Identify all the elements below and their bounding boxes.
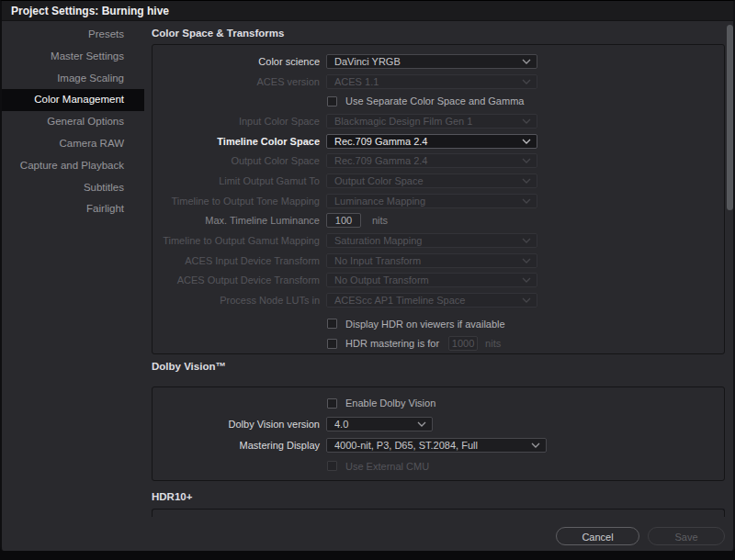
row-control: No Output Transform	[326, 273, 724, 287]
dropdown-value: 4.0	[334, 419, 417, 430]
input-color-space-dropdown: Blackmagic Design Film Gen 1	[326, 114, 537, 129]
settings-row-timeline-color-space: Timeline Color SpaceRec.709 Gamma 2.4	[153, 131, 724, 151]
settings-row-process-node-luts-in: Process Node LUTs inACEScc AP1 Timeline …	[153, 290, 724, 310]
unit-suffix: nits	[485, 338, 501, 349]
sidebar-item-presets[interactable]: Presets	[2, 24, 144, 46]
section-header-dolby-vision: Dolby Vision™	[152, 361, 725, 372]
color-science-dropdown[interactable]: DaVinci YRGB	[326, 54, 537, 69]
settings-row-aces-output-device-transform: ACES Output Device TransformNo Output Tr…	[153, 271, 724, 291]
use-external-cmu-checkbox	[327, 461, 337, 471]
sidebar: PresetsMaster SettingsImage ScalingColor…	[2, 24, 144, 220]
sidebar-item-color-management[interactable]: Color Management	[2, 89, 144, 111]
sidebar-item-camera-raw[interactable]: Camera RAW	[2, 133, 144, 155]
dropdown-value: 4000-nit, P3, D65, ST.2084, Full	[334, 440, 531, 451]
settings-row-output-color-space: Output Color SpaceRec.709 Gamma 2.4	[153, 151, 724, 171]
chevron-down-icon	[522, 158, 531, 163]
footer-bar: CancelSave	[4, 517, 731, 552]
checkbox-label: Use Separate Color Space and Gamma	[345, 95, 524, 106]
save-button: Save	[648, 527, 725, 545]
row-label: ACES version	[153, 76, 320, 87]
settings-row-use-separate-color-space-and-gamma: Use Separate Color Space and Gamma	[153, 91, 724, 111]
chevron-down-icon	[522, 79, 531, 84]
chevron-down-icon	[522, 277, 531, 283]
timeline-color-space-dropdown[interactable]: Rec.709 Gamma 2.4	[326, 134, 537, 149]
dropdown-value: Luminance Mapping	[334, 196, 522, 207]
row-label: Output Color Space	[153, 155, 320, 166]
dropdown-value: No Input Transform	[334, 255, 522, 266]
settings-row-hdr-mastering-is-for: HDR mastering is fornits	[153, 334, 724, 354]
row-control: Rec.709 Gamma 2.4	[326, 153, 724, 168]
sidebar-item-subtitles[interactable]: Subtitles	[2, 177, 144, 199]
unit-suffix: nits	[372, 215, 388, 226]
chevron-down-icon	[522, 258, 531, 263]
chevron-down-icon	[522, 118, 531, 124]
dropdown-value: ACES 1.1	[334, 76, 522, 87]
settings-row-timeline-to-output-gamut-mapping: Timeline to Output Gamut MappingSaturati…	[153, 230, 724, 251]
row-control: Use External CMU	[326, 461, 724, 472]
limit-output-gamut-to-dropdown: Output Color Space	[326, 174, 537, 188]
row-label: ACES Input Device Transform	[153, 255, 320, 266]
row-label: Color science	[153, 56, 320, 67]
chevron-down-icon	[522, 139, 531, 144]
row-control: ACEScc AP1 Timeline Space	[326, 293, 724, 308]
dropdown-value: No Output Transform	[334, 274, 522, 286]
hdr-mastering-is-for-value-input	[448, 336, 478, 351]
checkbox-label: Enable Dolby Vision	[345, 398, 435, 409]
settings-row-mastering-display: Mastering Display4000-nit, P3, D65, ST.2…	[153, 435, 724, 456]
timeline-to-output-tone-mapping-dropdown: Luminance Mapping	[326, 194, 537, 208]
sidebar-item-general-options[interactable]: General Options	[2, 111, 144, 133]
row-control: ACES 1.1	[326, 74, 724, 89]
aces-input-device-transform-dropdown: No Input Transform	[326, 253, 537, 268]
row-control: Output Color Space	[326, 174, 724, 188]
row-label: Dolby Vision version	[153, 419, 320, 430]
hdr-mastering-is-for-checkbox[interactable]	[327, 339, 337, 349]
row-control: Saturation Mapping	[326, 233, 724, 248]
row-control: nits	[326, 213, 724, 228]
display-hdr-on-viewers-if-available-checkbox[interactable]	[327, 319, 337, 329]
settings-row-use-external-cmu: Use External CMU	[153, 455, 724, 476]
dropdown-value: Saturation Mapping	[334, 235, 522, 246]
dropdown-value: Output Color Space	[334, 175, 522, 186]
sidebar-item-capture-and-playback[interactable]: Capture and Playback	[2, 155, 144, 177]
row-control: Luminance Mapping	[326, 194, 724, 208]
settings-row-limit-output-gamut-to: Limit Output Gamut ToOutput Color Space	[153, 171, 724, 191]
timeline-to-output-gamut-mapping-dropdown: Saturation Mapping	[326, 233, 537, 248]
row-control: Display HDR on viewers if available	[326, 319, 724, 330]
row-control: Blackmagic Design Film Gen 1	[326, 114, 724, 129]
screen: Project Settings: Burning hive PresetsMa…	[0, 0, 735, 560]
dolby-vision-version-dropdown[interactable]: 4.0	[326, 417, 433, 431]
dropdown-value: Rec.709 Gamma 2.4	[334, 155, 522, 166]
settings-row-aces-version: ACES versionACES 1.1	[153, 72, 724, 92]
enable-dolby-vision-checkbox[interactable]	[327, 398, 337, 409]
settings-row-enable-dolby-vision: Enable Dolby Vision	[153, 393, 724, 414]
aces-version-dropdown: ACES 1.1	[326, 74, 537, 89]
row-control: Rec.709 Gamma 2.4	[326, 134, 724, 149]
settings-row-max-timeline-luminance: Max. Timeline Luminancenits	[153, 211, 724, 231]
settings-row-dolby-vision-version: Dolby Vision version4.0	[153, 414, 724, 435]
aces-output-device-transform-dropdown: No Output Transform	[326, 273, 537, 287]
mastering-display-dropdown[interactable]: 4000-nit, P3, D65, ST.2084, Full	[326, 438, 547, 453]
scrollbar-thumb[interactable]	[727, 25, 733, 210]
row-label: Mastering Display	[153, 440, 320, 451]
sidebar-item-master-settings[interactable]: Master Settings	[2, 46, 144, 68]
use-separate-color-space-and-gamma-checkbox[interactable]	[327, 96, 337, 106]
row-label: ACES Output Device Transform	[153, 274, 320, 286]
max-timeline-luminance-input[interactable]	[326, 213, 361, 228]
chevron-down-icon	[417, 421, 426, 427]
row-control: Use Separate Color Space and Gamma	[326, 95, 724, 106]
row-label: Max. Timeline Luminance	[153, 215, 320, 226]
row-control: 4000-nit, P3, D65, ST.2084, Full	[326, 438, 724, 453]
chevron-down-icon	[522, 198, 531, 204]
row-label: Timeline Color Space	[153, 136, 320, 147]
dropdown-value: Rec.709 Gamma 2.4	[334, 136, 522, 147]
chevron-down-icon	[522, 59, 531, 64]
sidebar-item-image-scaling[interactable]: Image Scaling	[2, 68, 144, 90]
background-strip	[0, 551, 735, 560]
dialog-title: Project Settings: Burning hive	[2, 1, 733, 21]
project-settings-dialog: Project Settings: Burning hive PresetsMa…	[0, 0, 735, 551]
sidebar-item-fairlight[interactable]: Fairlight	[2, 198, 144, 220]
settings-row-aces-input-device-transform: ACES Input Device TransformNo Input Tran…	[153, 251, 724, 271]
dropdown-value: ACEScc AP1 Timeline Space	[334, 295, 522, 306]
dropdown-value: Blackmagic Design Film Gen 1	[334, 116, 522, 127]
cancel-button[interactable]: Cancel	[556, 527, 639, 545]
